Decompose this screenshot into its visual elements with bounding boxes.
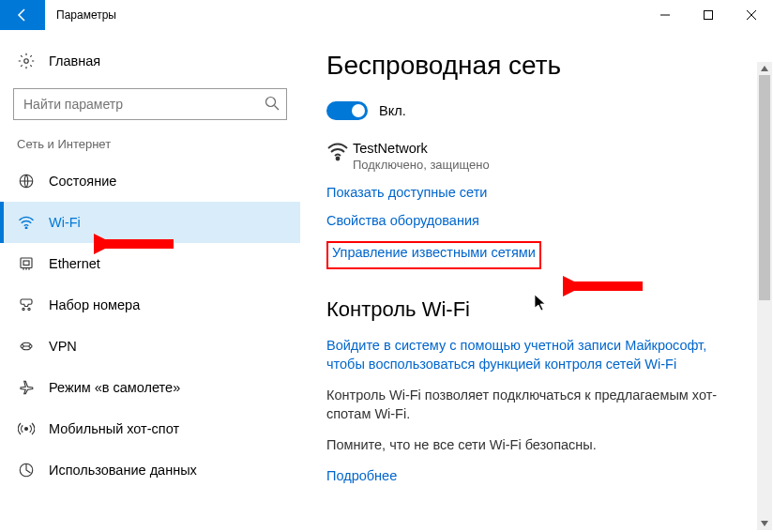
sidebar-item-wifi[interactable]: Wi-Fi xyxy=(0,202,300,243)
svg-line-6 xyxy=(275,106,280,111)
titlebar: Параметры xyxy=(0,0,773,30)
vpn-icon xyxy=(17,338,36,355)
sidebar-item-label: Использование данных xyxy=(49,463,197,478)
sidebar-item-label: Мобильный хот-спот xyxy=(49,421,179,436)
link-manage-known[interactable]: Управление известными сетями xyxy=(332,245,536,260)
current-network[interactable]: TestNetwork Подключено, защищено xyxy=(326,141,747,172)
scrollbar[interactable] xyxy=(757,62,772,530)
body-text: Помните, что не все сети Wi-Fi безопасны… xyxy=(326,436,747,455)
svg-point-16 xyxy=(21,345,23,348)
sidebar-item-label: Ethernet xyxy=(49,256,100,271)
sidebar-item-airplane[interactable]: Режим «в самолете» xyxy=(0,367,300,408)
hotspot-icon xyxy=(17,420,36,437)
search-input[interactable] xyxy=(13,88,287,120)
link-more[interactable]: Подробнее xyxy=(326,468,747,483)
sidebar-item-status[interactable]: Состояние xyxy=(0,160,300,202)
sidebar-home-label: Главная xyxy=(49,53,100,68)
sidebar-item-ethernet[interactable]: Ethernet xyxy=(0,243,300,284)
ethernet-icon xyxy=(17,255,36,272)
sidebar-item-hotspot[interactable]: Мобильный хот-спот xyxy=(0,408,300,449)
svg-point-14 xyxy=(23,308,24,310)
search-icon xyxy=(265,96,280,114)
svg-point-20 xyxy=(337,158,340,160)
annotation-highlight: Управление известными сетями xyxy=(326,241,541,269)
back-button[interactable] xyxy=(0,0,45,30)
sidebar: Главная Сеть и Интернет Состояние Wi-Fi … xyxy=(0,30,300,532)
svg-point-5 xyxy=(266,98,276,107)
svg-point-18 xyxy=(25,428,28,431)
svg-point-17 xyxy=(29,345,32,348)
datausage-icon xyxy=(17,462,36,479)
sidebar-item-vpn[interactable]: VPN xyxy=(0,326,300,367)
svg-rect-1 xyxy=(705,11,713,20)
airplane-icon xyxy=(17,379,36,396)
window-title: Параметры xyxy=(56,8,116,22)
main-panel: Беспроводная сеть Вкл. TestNetwork Подкл… xyxy=(300,30,773,532)
svg-point-4 xyxy=(24,59,29,64)
wifi-toggle[interactable] xyxy=(326,101,368,120)
svg-rect-10 xyxy=(23,261,29,266)
sidebar-item-dialup[interactable]: Набор номера xyxy=(0,284,300,326)
sidebar-item-datausage[interactable]: Использование данных xyxy=(0,449,300,491)
status-icon xyxy=(17,173,36,190)
maximize-button[interactable] xyxy=(687,0,730,30)
network-name: TestNetwork xyxy=(353,141,490,156)
section-title: Контроль Wi-Fi xyxy=(326,297,747,322)
link-signin[interactable]: Войдите в систему с помощью учетной запи… xyxy=(326,337,747,373)
page-title: Беспроводная сеть xyxy=(326,51,747,81)
sidebar-item-label: VPN xyxy=(49,339,77,354)
link-hardware-props[interactable]: Свойства оборудования xyxy=(326,213,747,228)
svg-rect-9 xyxy=(21,258,32,268)
minimize-button[interactable] xyxy=(644,0,687,30)
scroll-down-icon[interactable] xyxy=(757,517,772,530)
svg-point-15 xyxy=(28,308,30,310)
wifi-signal-icon xyxy=(326,143,353,165)
close-button[interactable] xyxy=(730,0,773,30)
dialup-icon xyxy=(17,296,36,313)
wifi-icon xyxy=(17,216,36,229)
sidebar-item-label: Wi-Fi xyxy=(49,215,81,230)
sidebar-item-label: Состояние xyxy=(49,174,116,189)
sidebar-item-label: Набор номера xyxy=(49,297,140,312)
network-status: Подключено, защищено xyxy=(353,158,490,172)
svg-point-8 xyxy=(25,227,27,229)
body-text: Контроль Wi-Fi позволяет подключаться к … xyxy=(326,387,747,423)
link-show-networks[interactable]: Показать доступные сети xyxy=(326,185,747,200)
scrollbar-thumb[interactable] xyxy=(759,75,770,300)
toggle-label: Вкл. xyxy=(379,103,406,118)
scroll-up-icon[interactable] xyxy=(757,62,772,75)
sidebar-section-label: Сеть и Интернет xyxy=(0,137,300,160)
sidebar-item-label: Режим «в самолете» xyxy=(49,380,180,395)
gear-icon xyxy=(17,53,36,69)
sidebar-home[interactable]: Главная xyxy=(0,45,300,77)
